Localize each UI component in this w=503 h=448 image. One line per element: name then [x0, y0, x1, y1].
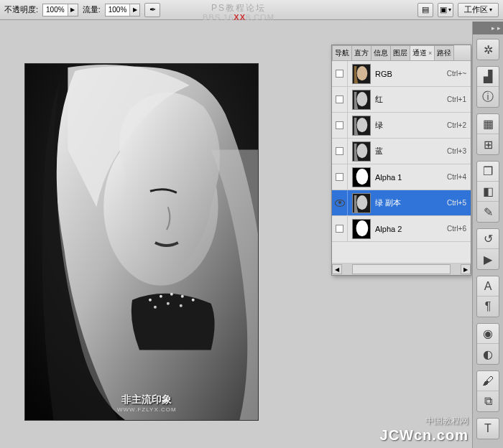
svg-point-9	[180, 304, 183, 307]
svg-point-6	[192, 299, 195, 302]
visibility-toggle[interactable]	[332, 164, 348, 190]
channel-row-1[interactable]: 红Ctrl+1	[332, 87, 471, 113]
flow-label: 流量:	[83, 4, 101, 15]
scroll-track[interactable]	[352, 264, 451, 274]
document-icon[interactable]: ▤	[417, 3, 433, 17]
svg-point-7	[154, 306, 157, 309]
channel-shortcut: Ctrl+4	[447, 173, 466, 181]
histogram-icon[interactable]: ▟	[477, 67, 499, 87]
site-watermark: 中国教程网 JCWcn.com	[380, 415, 469, 444]
channels-icon[interactable]: ◧	[477, 182, 499, 202]
channel-shortcut: Ctrl+1	[447, 95, 466, 103]
bridge-icon[interactable]: ▣▾	[438, 3, 453, 17]
visibility-checkbox[interactable]	[336, 173, 343, 181]
channel-thumb	[352, 219, 371, 239]
channels-empty-row	[332, 242, 471, 263]
svg-point-19	[356, 169, 369, 185]
svg-point-4	[170, 293, 173, 296]
channel-thumb	[352, 116, 371, 136]
svg-point-3	[160, 295, 162, 298]
paragraph-icon[interactable]: ¶	[477, 297, 499, 317]
channel-shortcut: Ctrl+3	[447, 147, 466, 155]
svg-point-15	[357, 117, 368, 131]
layers-icon[interactable]: ❐	[477, 162, 499, 182]
tab-1[interactable]: 直方	[351, 45, 372, 60]
character-icon[interactable]: A	[477, 276, 499, 297]
scroll-right-icon[interactable]: ▶	[461, 264, 471, 274]
flow-input[interactable]: 100% ▶	[105, 4, 141, 17]
paths-icon[interactable]: ✎	[477, 202, 499, 222]
channel-name: 蓝	[375, 146, 447, 157]
scroll-left-icon[interactable]: ◀	[332, 264, 342, 274]
visibility-checkbox[interactable]	[336, 147, 343, 155]
svg-point-2	[149, 299, 152, 302]
toolbar-collapse[interactable]: ▸▸	[473, 22, 503, 34]
canvas-image[interactable]: 非主流印象 WWW.FZLYX.COM	[24, 63, 259, 421]
channels-list: RGBCtrl+~红Ctrl+1绿Ctrl+2蓝Ctrl+3Alpha 1Ctr…	[332, 61, 471, 242]
channel-row-0[interactable]: RGBCtrl+~	[332, 61, 471, 87]
channel-thumb	[352, 90, 371, 110]
visibility-toggle[interactable]	[332, 87, 348, 113]
channel-row-2[interactable]: 绿Ctrl+2	[332, 113, 471, 139]
chevron-right-icon[interactable]: ▶	[129, 4, 139, 16]
eye-icon	[335, 200, 345, 207]
visibility-checkbox[interactable]	[336, 95, 343, 103]
svg-point-17	[357, 143, 368, 157]
svg-point-21	[357, 195, 368, 209]
channel-shortcut: Ctrl+~	[447, 70, 466, 78]
channel-thumb	[352, 193, 371, 213]
visibility-checkbox[interactable]	[336, 225, 343, 233]
channel-name: 绿	[375, 120, 447, 131]
brush-icon[interactable]: 🖌	[477, 371, 499, 391]
panel-tabs: 导航直方信息图层通道×路径	[332, 45, 471, 61]
channel-name: 绿 副本	[375, 197, 447, 208]
channel-shortcut: Ctrl+6	[447, 225, 466, 233]
chevron-right-icon[interactable]: ▶	[68, 4, 78, 16]
styles-icon[interactable]: ◉	[477, 324, 499, 344]
channel-thumb	[352, 64, 371, 84]
photo-watermark: 非主流印象 WWW.FZLYX.COM	[117, 393, 177, 413]
channel-shortcut: Ctrl+2	[447, 121, 466, 129]
channel-row-5[interactable]: 绿 副本Ctrl+5	[332, 190, 471, 216]
svg-point-11	[357, 65, 368, 80]
channel-row-6[interactable]: Alpha 2Ctrl+6	[332, 216, 471, 242]
visibility-checkbox[interactable]	[336, 121, 343, 129]
opacity-input[interactable]: 100% ▶	[42, 4, 78, 17]
tab-0[interactable]: 导航	[332, 45, 352, 60]
channel-name: RGB	[375, 70, 447, 78]
svg-point-5	[181, 295, 184, 298]
tab-5[interactable]: 路径	[434, 45, 454, 60]
channel-name: 红	[375, 94, 447, 105]
visibility-toggle[interactable]	[332, 190, 348, 216]
info-icon[interactable]: ⓘ	[477, 87, 499, 107]
panel-scrollbar[interactable]: ◀ ▶	[332, 263, 471, 275]
swatches-icon[interactable]: ▦	[477, 114, 499, 134]
tab-2[interactable]: 信息	[371, 45, 391, 60]
channel-row-3[interactable]: 蓝Ctrl+3	[332, 139, 471, 164]
visibility-checkbox[interactable]	[336, 70, 343, 78]
visibility-toggle[interactable]	[332, 216, 348, 242]
channel-thumb	[352, 167, 371, 187]
channel-name: Alpha 1	[375, 173, 447, 182]
visibility-toggle[interactable]	[332, 113, 348, 139]
history-icon[interactable]: ↺	[477, 229, 499, 249]
channels-panel: 导航直方信息图层通道×路径 RGBCtrl+~红Ctrl+1绿Ctrl+2蓝Ct…	[331, 45, 471, 276]
adjust-icon[interactable]: ◐	[477, 344, 499, 364]
crop-preset-icon[interactable]: ⊞	[477, 134, 499, 154]
visibility-toggle[interactable]	[332, 61, 348, 87]
tab-4[interactable]: 通道×	[410, 45, 435, 60]
wheel-icon[interactable]: ✲	[477, 39, 499, 60]
type-icon[interactable]: T	[477, 419, 499, 439]
channel-name: Alpha 2	[375, 225, 447, 233]
svg-point-8	[167, 302, 170, 305]
right-toolbar: ▸▸ ✲▟ⓘ▦⊞❐◧✎↺▶A¶◉◐🖌⧉T	[472, 22, 503, 448]
workspace-button[interactable]: 工作区▾	[458, 3, 499, 17]
airbrush-icon[interactable]: ✒	[144, 3, 160, 17]
channel-shortcut: Ctrl+5	[447, 199, 466, 207]
actions-icon[interactable]: ▶	[477, 249, 499, 269]
clone-icon[interactable]: ⧉	[477, 391, 499, 411]
visibility-toggle[interactable]	[332, 139, 348, 164]
channel-row-4[interactable]: Alpha 1Ctrl+4	[332, 164, 471, 190]
tab-3[interactable]: 图层	[390, 45, 410, 60]
svg-point-23	[356, 220, 369, 236]
